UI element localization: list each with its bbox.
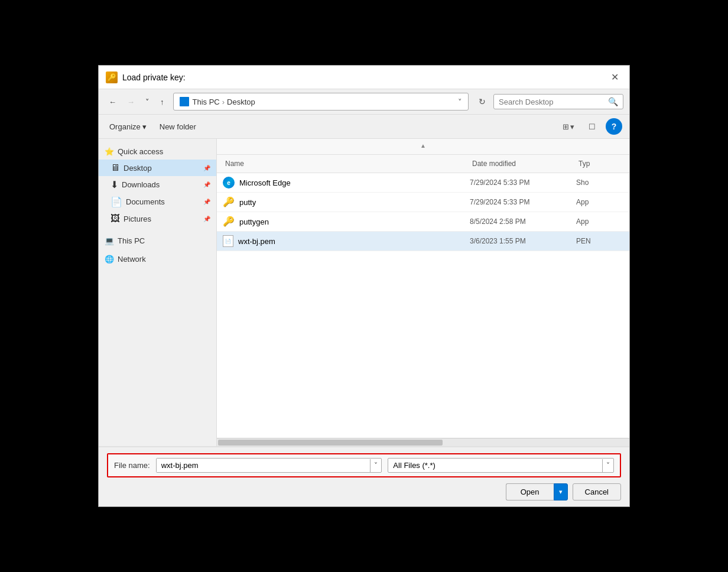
file-name-dropdown-button[interactable]: ˅ <box>370 459 381 472</box>
breadcrumb-pc-icon <box>180 97 189 106</box>
this-pc-icon: 💻 <box>105 236 114 245</box>
help-button[interactable]: ? <box>606 118 622 135</box>
refresh-button[interactable]: ↻ <box>473 94 491 109</box>
documents-icon: 📄 <box>110 196 122 207</box>
breadcrumb-dropdown-button[interactable]: ˅ <box>458 98 462 106</box>
sidebar-item-documents[interactable]: 📄 Documents 📌 <box>99 193 216 210</box>
edge-icon: e <box>223 177 235 188</box>
file-type-display: All Files (*.*) <box>388 459 602 472</box>
dialog-window: 🔑 Load private key: ✕ ← → ˅ ↑ This PC › … <box>98 65 630 507</box>
dropdown-recent-button[interactable]: ˅ <box>141 95 154 109</box>
this-pc-header[interactable]: 💻 This PC <box>99 233 216 249</box>
view-arrow: ▾ <box>570 122 574 131</box>
breadcrumb-sep-1: › <box>222 98 225 106</box>
open-button[interactable]: Open <box>506 483 554 500</box>
pictures-pin-icon: 📌 <box>203 216 210 222</box>
file-name-text: wxt-bj.pem <box>238 237 275 246</box>
file-name-text: putty <box>239 198 256 207</box>
column-headers: Name Date modified Typ <box>217 155 629 173</box>
pane-button[interactable]: ☐ <box>584 120 600 134</box>
file-name-text: puttygen <box>239 217 269 226</box>
search-input[interactable] <box>499 98 608 106</box>
network-header[interactable]: 🌐 Network <box>99 251 216 267</box>
organize-arrow: ▾ <box>142 122 147 131</box>
network-label: Network <box>118 255 146 264</box>
view-icon: ⊞ <box>563 122 569 131</box>
quick-access-label: Quick access <box>118 147 163 156</box>
back-button[interactable]: ← <box>105 95 121 109</box>
col-name-header[interactable]: Name <box>223 157 470 170</box>
documents-label: Documents <box>126 197 165 206</box>
file-date-cell: 8/5/2024 2:58 PM <box>470 217 576 226</box>
sidebar-item-downloads[interactable]: ⬇ Downloads 📌 <box>99 176 216 193</box>
scroll-thumb[interactable] <box>218 440 443 446</box>
quick-access-icon: ⭐ <box>105 147 114 156</box>
file-list: e Microsoft Edge 7/29/2024 5:33 PM Sho 🔑… <box>217 173 629 438</box>
title-bar-left: 🔑 Load private key: <box>106 72 186 83</box>
file-type-select-wrap: All Files (*.*) ˅ <box>388 458 614 473</box>
sidebar: ⭐ Quick access 🖥 Desktop 📌 ⬇ Downloads 📌… <box>99 139 217 446</box>
file-name-cell: 📄 wxt-bj.pem <box>223 235 470 247</box>
file-type-cell: Sho <box>576 178 623 187</box>
file-name-cell: 🔑 putty <box>223 196 470 208</box>
desktop-icon: 🖥 <box>110 162 120 173</box>
pem-icon: 📄 <box>223 235 233 247</box>
open-button-wrap: Open ▾ <box>506 483 568 500</box>
search-button[interactable]: 🔍 <box>608 97 618 106</box>
bottom-bar: File name: ˅ All Files (*.*) ˅ Open ▾ Ca… <box>99 446 629 506</box>
horizontal-scrollbar[interactable] <box>217 438 629 446</box>
file-type-cell: App <box>576 217 623 226</box>
sidebar-item-desktop[interactable]: 🖥 Desktop 📌 <box>99 160 216 176</box>
up-arrow: ▲ <box>223 141 623 152</box>
downloads-pin-icon: 📌 <box>203 181 210 188</box>
dialog-title: Load private key: <box>122 73 186 82</box>
putty-icon: 🔑 <box>223 196 235 208</box>
file-date-cell: 3/6/2023 1:55 PM <box>470 237 576 245</box>
organize-button[interactable]: Organize ▾ <box>106 121 150 133</box>
table-row[interactable]: 📄 wxt-bj.pem 3/6/2023 1:55 PM PEN <box>217 232 629 251</box>
breadcrumb-desktop[interactable]: Desktop <box>227 98 255 106</box>
pictures-label: Pictures <box>124 214 151 223</box>
file-type-dropdown-button[interactable]: ˅ <box>602 459 613 472</box>
file-type-cell: App <box>576 198 623 206</box>
downloads-label: Downloads <box>122 180 160 189</box>
title-bar: 🔑 Load private key: ✕ <box>99 66 629 89</box>
action-bar: Organize ▾ New folder ⊞ ▾ ☐ ? <box>99 115 629 139</box>
file-type-cell: PEN <box>576 237 623 245</box>
pane-icon: ☐ <box>589 122 596 131</box>
forward-button[interactable]: → <box>123 95 139 109</box>
pictures-icon: 🖼 <box>110 213 120 224</box>
close-button[interactable]: ✕ <box>607 70 622 84</box>
up-button[interactable]: ↑ <box>156 95 168 109</box>
puttygen-icon: 🔑 <box>223 216 235 228</box>
table-row[interactable]: e Microsoft Edge 7/29/2024 5:33 PM Sho <box>217 173 629 193</box>
documents-pin-icon: 📌 <box>203 199 210 205</box>
file-name-row: File name: ˅ All Files (*.*) ˅ <box>107 453 621 477</box>
file-name-cell: e Microsoft Edge <box>223 177 470 188</box>
desktop-pin-icon: 📌 <box>203 165 210 171</box>
new-folder-button[interactable]: New folder <box>156 121 200 133</box>
cancel-button[interactable]: Cancel <box>573 483 621 500</box>
open-dropdown-button[interactable]: ▾ <box>554 483 568 500</box>
navigation-toolbar: ← → ˅ ↑ This PC › Desktop ˅ ↻ 🔍 <box>99 89 629 115</box>
dialog-icon: 🔑 <box>106 72 118 83</box>
view-button[interactable]: ⊞ ▾ <box>558 120 578 134</box>
breadcrumb-this-pc[interactable]: This PC <box>193 98 220 106</box>
file-panel: ▲ Name Date modified Typ e Microsoft Edg… <box>217 139 629 446</box>
desktop-label: Desktop <box>124 164 152 173</box>
col-type-header[interactable]: Typ <box>576 157 623 170</box>
search-bar: 🔍 <box>493 94 623 109</box>
sidebar-item-pictures[interactable]: 🖼 Pictures 📌 <box>99 210 216 227</box>
breadcrumb-bar[interactable]: This PC › Desktop ˅ <box>173 93 469 110</box>
downloads-icon: ⬇ <box>110 179 118 190</box>
file-name-label: File name: <box>114 461 150 470</box>
quick-access-header[interactable]: ⭐ Quick access <box>99 144 216 160</box>
table-row[interactable]: 🔑 puttygen 8/5/2024 2:58 PM App <box>217 212 629 232</box>
this-pc-label: This PC <box>118 236 145 245</box>
table-row[interactable]: 🔑 putty 7/29/2024 5:33 PM App <box>217 193 629 212</box>
organize-label: Organize <box>109 122 141 131</box>
file-name-input[interactable] <box>157 459 370 472</box>
action-buttons: Open ▾ Cancel <box>107 483 621 500</box>
file-date-cell: 7/29/2024 5:33 PM <box>470 178 576 187</box>
col-date-header[interactable]: Date modified <box>470 157 576 170</box>
